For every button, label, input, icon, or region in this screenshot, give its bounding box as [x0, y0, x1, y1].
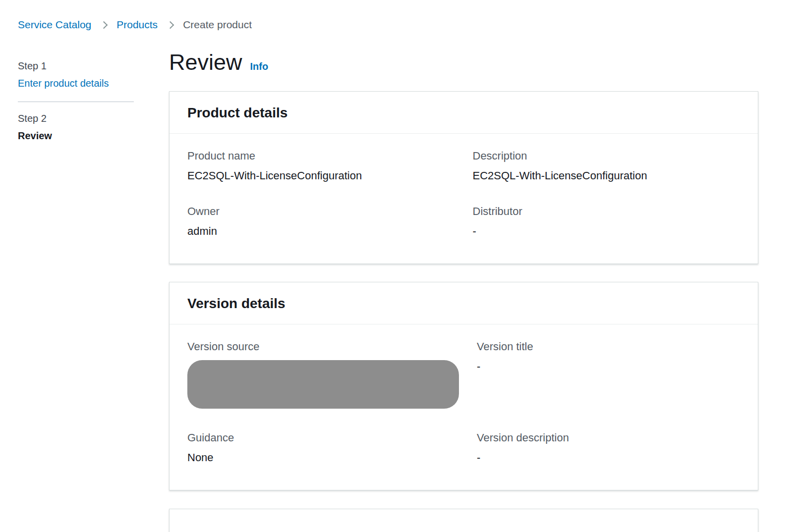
product-details-body: Product name EC2SQL-With-LicenseConfigur… — [170, 134, 758, 264]
main-content: Review Info Product details Product name… — [169, 41, 758, 532]
wizard-steps-nav: Step 1 Enter product details Step 2 Revi… — [18, 41, 134, 532]
field-value: None — [187, 451, 459, 464]
field-label: Version description — [477, 431, 740, 444]
step-number-label: Step 2 — [18, 113, 134, 124]
field-version-description: Version description - — [477, 431, 740, 464]
field-value: - — [477, 451, 740, 464]
field-value: EC2SQL-With-LicenseConfiguration — [473, 169, 740, 182]
redacted-version-source-value — [187, 360, 459, 409]
version-details-body: Version source Version title - Guidance … — [170, 324, 758, 490]
version-details-title: Version details — [187, 296, 740, 312]
field-value: EC2SQL-With-LicenseConfiguration — [187, 169, 455, 182]
page-title-row: Review Info — [169, 50, 758, 75]
field-label: Product name — [187, 150, 455, 162]
product-details-title: Product details — [187, 105, 740, 121]
product-details-header: Product details — [170, 92, 758, 134]
chevron-right-icon — [167, 21, 174, 29]
field-label: Version source — [187, 340, 459, 353]
field-label: Version title — [477, 340, 740, 353]
product-details-card: Product details Product name EC2SQL-With… — [169, 91, 758, 264]
field-label: Owner — [187, 205, 455, 218]
steps-divider — [18, 102, 134, 102]
breadcrumb-link-products[interactable]: Products — [116, 19, 158, 31]
field-value: admin — [187, 225, 455, 238]
field-guidance: Guidance None — [187, 431, 459, 464]
step-link-enter-product-details[interactable]: Enter product details — [18, 78, 109, 89]
chevron-right-icon — [100, 21, 108, 29]
field-product-name: Product name EC2SQL-With-LicenseConfigur… — [187, 150, 455, 182]
info-link[interactable]: Info — [250, 61, 269, 72]
step-current-review: Review — [18, 130, 134, 142]
wizard-step-1: Step 1 Enter product details — [18, 60, 134, 89]
page-layout: Step 1 Enter product details Step 2 Revi… — [0, 41, 794, 532]
field-label: Guidance — [187, 431, 459, 444]
field-value: - — [473, 225, 740, 238]
wizard-step-2: Step 2 Review — [18, 113, 134, 142]
next-card-partial — [169, 509, 758, 532]
field-version-title: Version title - — [477, 340, 740, 409]
field-description: Description EC2SQL-With-LicenseConfigura… — [473, 150, 740, 182]
breadcrumb: Service Catalog Products Create product — [0, 0, 794, 41]
breadcrumb-current-page: Create product — [183, 19, 252, 31]
field-owner: Owner admin — [187, 205, 455, 238]
field-label: Description — [473, 150, 740, 162]
version-details-card: Version details Version source Version t… — [169, 282, 758, 490]
page-title: Review — [169, 50, 242, 75]
breadcrumb-link-service-catalog[interactable]: Service Catalog — [18, 19, 91, 31]
field-distributor: Distributor - — [473, 205, 740, 238]
version-details-header: Version details — [170, 282, 758, 324]
field-label: Distributor — [473, 205, 740, 218]
step-number-label: Step 1 — [18, 60, 134, 72]
field-version-source: Version source — [187, 340, 459, 409]
field-value: - — [477, 360, 740, 373]
